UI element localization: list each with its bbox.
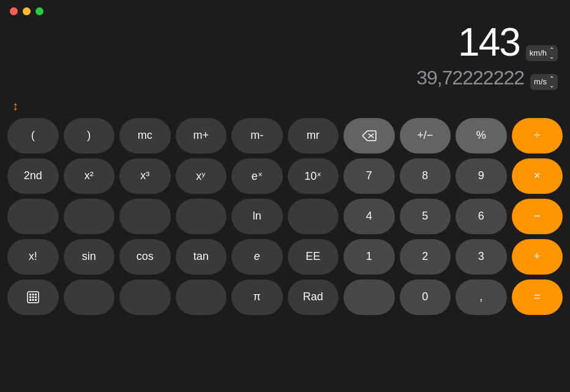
x-cubed-button[interactable]: x³ (119, 158, 171, 194)
percent-button[interactable]: % (456, 118, 507, 153)
calculator-button[interactable] (7, 279, 59, 315)
minus-button[interactable]: − (512, 199, 563, 234)
sqrt-y-button[interactable] (176, 199, 227, 234)
sin-button[interactable]: sin (64, 239, 115, 275)
svg-rect-9 (29, 299, 31, 301)
factorial-button[interactable]: x! (7, 239, 59, 275)
e-to-x-button[interactable]: eˣ (231, 158, 283, 194)
5-button[interactable]: 5 (400, 199, 451, 234)
rand-button[interactable] (343, 279, 395, 315)
1-button[interactable]: 1 (343, 239, 395, 275)
x-to-y-button[interactable]: xʸ (176, 158, 227, 194)
main-unit-label: km/h (530, 48, 547, 57)
euler-button[interactable]: e (231, 239, 283, 275)
pi-button[interactable]: π (231, 279, 283, 315)
2-button[interactable]: 2 (400, 239, 451, 275)
one-over-x-button[interactable] (7, 199, 59, 234)
mr-button[interactable]: mr (288, 118, 339, 153)
minimize-button[interactable] (23, 7, 31, 15)
multiply-button[interactable]: × (512, 158, 563, 194)
rad-button[interactable]: Rad (288, 279, 339, 315)
svg-rect-11 (35, 299, 37, 301)
converted-unit-chevron: ⌃⌄ (549, 75, 554, 89)
ee-button[interactable]: EE (288, 239, 339, 275)
svg-rect-4 (32, 294, 34, 295)
4-button[interactable]: 4 (343, 199, 395, 234)
7-button[interactable]: 7 (343, 158, 395, 194)
tan-button[interactable]: tan (176, 239, 227, 275)
svg-rect-6 (29, 296, 31, 298)
tanh-button[interactable] (176, 279, 227, 315)
m-plus-button[interactable]: m+ (176, 118, 227, 153)
comma-button[interactable]: , (456, 279, 507, 315)
8-button[interactable]: 8 (400, 158, 451, 194)
sort-area: ↕ (0, 95, 570, 113)
6-button[interactable]: 6 (456, 199, 507, 234)
ln-button[interactable]: ln (231, 199, 283, 234)
0-button[interactable]: 0 (400, 279, 451, 315)
main-value: 143 (458, 23, 520, 62)
svg-rect-8 (35, 296, 37, 298)
equals-button[interactable]: = (512, 279, 563, 315)
10-to-x-button[interactable]: 10ˣ (288, 158, 339, 194)
backspace-button[interactable] (343, 118, 395, 153)
converted-unit-badge[interactable]: m/s ⌃⌄ (530, 74, 558, 90)
sinh-button[interactable] (64, 279, 115, 315)
3-button[interactable]: 3 (456, 239, 507, 275)
close-paren-button[interactable]: ) (64, 118, 115, 153)
2nd-button[interactable]: 2nd (7, 158, 59, 194)
sqrt3-button[interactable] (119, 199, 171, 234)
buttons-grid: ()mcm+m-mr +/−%÷2ndx²x³xʸeˣ10ˣ789×ln456−… (0, 113, 570, 322)
svg-rect-7 (32, 296, 34, 298)
sort-icon[interactable]: ↕ (12, 99, 18, 113)
converted-value: 39,72222222 (416, 68, 524, 87)
cos-button[interactable]: cos (119, 239, 171, 275)
sqrt2-button[interactable] (64, 199, 115, 234)
svg-rect-5 (35, 294, 37, 295)
svg-rect-10 (32, 299, 34, 301)
cosh-button[interactable] (119, 279, 171, 315)
converted-unit-label: m/s (534, 77, 547, 86)
maximize-button[interactable] (36, 7, 43, 15)
display-area: 143 km/h ⌃⌄ 39,72222222 m/s ⌃⌄ (0, 23, 570, 95)
open-paren-button[interactable]: ( (7, 118, 59, 153)
divide-button[interactable]: ÷ (512, 118, 563, 153)
main-unit-badge[interactable]: km/h ⌃⌄ (526, 45, 558, 61)
x-squared-button[interactable]: x² (64, 158, 115, 194)
main-unit-chevron: ⌃⌄ (549, 46, 554, 60)
close-button[interactable] (10, 7, 18, 15)
title-bar (0, 0, 570, 23)
log10-button[interactable] (288, 199, 339, 234)
svg-rect-3 (29, 294, 31, 295)
9-button[interactable]: 9 (456, 158, 507, 194)
m-minus-button[interactable]: m- (231, 118, 283, 153)
sign-button[interactable]: +/− (400, 118, 451, 153)
mc-button[interactable]: mc (119, 118, 171, 153)
plus-button[interactable]: + (512, 239, 563, 275)
